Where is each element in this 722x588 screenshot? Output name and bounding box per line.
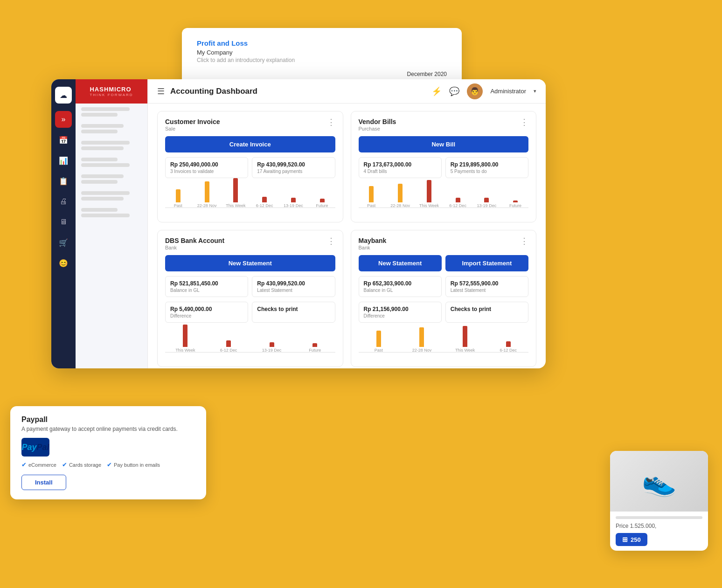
stat-label-dbs1: Balance in GL: [170, 288, 243, 293]
maybank-buttons: New Statement Import Statement: [359, 255, 529, 271]
stat-amount-dbs4: Checks to print: [257, 306, 330, 312]
bar-group-thisweek: This Week: [416, 180, 442, 208]
check-icon: ✔: [62, 461, 67, 468]
pl-company: My Company: [197, 49, 447, 56]
stat-amount-dbs2: Rp 430,999,520.00: [257, 280, 330, 287]
sidebar-icon-user[interactable]: 😊: [55, 255, 72, 271]
shoe-price-bar: [616, 516, 702, 519]
feature-label: Cards storage: [69, 462, 101, 468]
lightning-icon[interactable]: ⚡: [431, 86, 442, 97]
bar-red: [456, 198, 460, 202]
maybank-title: Maybank: [359, 237, 387, 244]
feature-label: eCommerce: [28, 462, 56, 468]
maybank-stats-row2: Rp 21,156,900.00 Difference Checks to pr…: [359, 302, 529, 323]
stat-amount-mb4: Checks to print: [451, 306, 523, 312]
menu-line: [81, 130, 118, 133]
header-icons: ⚡ 💬 👨 Administrator ▾: [431, 83, 536, 99]
feature-pay-button: ✔ Pay button in emails: [107, 461, 160, 468]
stat-label-dbs3: Difference: [170, 313, 243, 318]
menu-line: [81, 163, 130, 167]
brand-header: HASHMICRO THINK FORWARD: [76, 79, 147, 104]
hamburger-icon[interactable]: ☰: [157, 86, 165, 97]
sidebar-icon-monitor[interactable]: 🖥: [55, 214, 72, 230]
bar-orange: [376, 331, 381, 347]
bar-group-future: Future: [295, 343, 335, 353]
main-window: ☁ » 📅 📊 📋 🖨 🖥 🛒 😊 HASHMICRO THINK FORWAR…: [51, 79, 546, 368]
new-bill-button[interactable]: New Bill: [359, 136, 529, 152]
bar-red: [226, 340, 231, 347]
admin-label[interactable]: Administrator: [490, 88, 526, 95]
brand-tagline: THINK FORWARD: [90, 93, 133, 97]
stat-amount-dbs3: Rp 5,490,000.00: [170, 306, 243, 312]
maybank-menu[interactable]: ⋮: [520, 237, 528, 245]
menu-line: [81, 180, 118, 184]
sidebar-icon-calendar[interactable]: 📅: [55, 131, 72, 148]
shoe-badge-count: 250: [631, 536, 641, 543]
menu-item-5[interactable]: [76, 171, 147, 187]
bar-orange: [369, 186, 374, 202]
customer-invoice-stats: Rp 250,490,000.00 3 Invoices to validate…: [165, 157, 335, 178]
dbs-bank-header: DBS Bank Account Bank ⋮: [165, 237, 335, 250]
customer-invoice-subtitle: Sale: [165, 126, 220, 131]
bar-red: [484, 198, 489, 202]
stat-dbs-difference: Rp 5,490,000.00 Difference: [165, 302, 248, 323]
bar-group-13dec: 13-19 Dec: [474, 198, 500, 208]
chart-baseline: [359, 208, 529, 208]
dbs-new-statement-button[interactable]: New Statement: [165, 255, 335, 271]
sidebar-cloud-icon[interactable]: ☁: [55, 87, 72, 104]
paypal-title: Paypall: [21, 415, 195, 424]
maybank-new-statement-button[interactable]: New Statement: [359, 255, 442, 271]
menu-item-1[interactable]: [76, 104, 147, 120]
menu-item-2[interactable]: [76, 120, 147, 137]
stat-label-4: 5 Payments to do: [451, 169, 523, 174]
stat-label-dbs2: Latest Statement: [257, 288, 330, 293]
stat-amount-mb3: Rp 21,156,900.00: [364, 306, 437, 312]
dbs-bank-menu[interactable]: ⋮: [327, 237, 335, 245]
bar-group-13dec: 13-19 Dec: [251, 342, 292, 353]
maybank-header: Maybank Bank ⋮: [359, 237, 529, 250]
stat-label-mb2: Latest Statement: [451, 288, 523, 293]
create-invoice-button[interactable]: Create Invoice: [165, 136, 335, 152]
sidebar-icon-shop[interactable]: 🛒: [55, 234, 72, 251]
bar-group-future: Future: [309, 199, 335, 208]
paypal-logo: PayPal: [21, 438, 195, 457]
vendor-bills-stats: Rp 173,673,000.00 4 Draft bills Rp 219,8…: [359, 157, 529, 178]
bar-red: [463, 326, 467, 347]
shoe-product-card: 👟 Price 1.525.000, ⊞ 250: [610, 451, 708, 551]
menu-line: [81, 191, 130, 195]
sidebar-icon-print[interactable]: 🖨: [55, 193, 72, 210]
chat-icon[interactable]: 💬: [449, 86, 459, 97]
menu-item-4[interactable]: [76, 154, 147, 171]
vendor-bills-menu[interactable]: ⋮: [520, 118, 528, 126]
menu-item-3[interactable]: [76, 137, 147, 154]
pl-date: December 2020: [197, 71, 447, 77]
menu-item-7[interactable]: [76, 204, 147, 221]
vendor-bills-subtitle: Purchase: [359, 126, 396, 131]
sidebar-icon-list[interactable]: 📋: [55, 173, 72, 189]
bar-group-13dec: 13-19 Dec: [280, 198, 306, 208]
bar-group-thisweek: This Week: [223, 178, 249, 208]
dbs-bank-chart: This Week 6-12 Dec 13-19 Dec Future: [165, 327, 335, 360]
stat-draft-bills: Rp 173,673,000.00 4 Draft bills: [359, 157, 442, 178]
stat-label-2: 17 Awaiting payments: [257, 169, 330, 174]
vendor-bills-chart: Past 22-28 Nov This Week 6-12 Dec: [359, 183, 529, 215]
stat-amount-2: Rp 430,999,520.00: [257, 161, 330, 168]
bar-group-past: Past: [359, 331, 399, 353]
chart-baseline: [359, 352, 529, 353]
maybank-import-statement-button[interactable]: Import Statement: [445, 255, 528, 271]
install-button[interactable]: Install: [21, 475, 66, 490]
dropdown-icon[interactable]: ▾: [534, 88, 536, 94]
stat-invoices-to-validate: Rp 250,490,000.00 3 Invoices to validate: [165, 157, 248, 178]
stat-label-3: 4 Draft bills: [364, 169, 437, 174]
avatar[interactable]: 👨: [467, 83, 483, 99]
customer-invoice-menu[interactable]: ⋮: [327, 118, 335, 126]
sidebar-icon-navigate[interactable]: »: [55, 111, 72, 128]
header: ☰ Accounting Dashboard ⚡ 💬 👨 Administrat…: [148, 79, 546, 104]
menu-item-6[interactable]: [76, 187, 147, 204]
sidebar-icon-chart[interactable]: 📊: [55, 152, 72, 169]
shoe-badge[interactable]: ⊞ 250: [616, 533, 647, 546]
customer-invoice-widget: Customer Invoice Sale ⋮ Create Invoice R…: [157, 111, 343, 222]
page-title: Accounting Dashboard: [170, 87, 426, 96]
paypal-features: ✔ eCommerce ✔ Cards storage ✔ Pay button…: [21, 461, 195, 468]
bar-red: [233, 178, 238, 202]
